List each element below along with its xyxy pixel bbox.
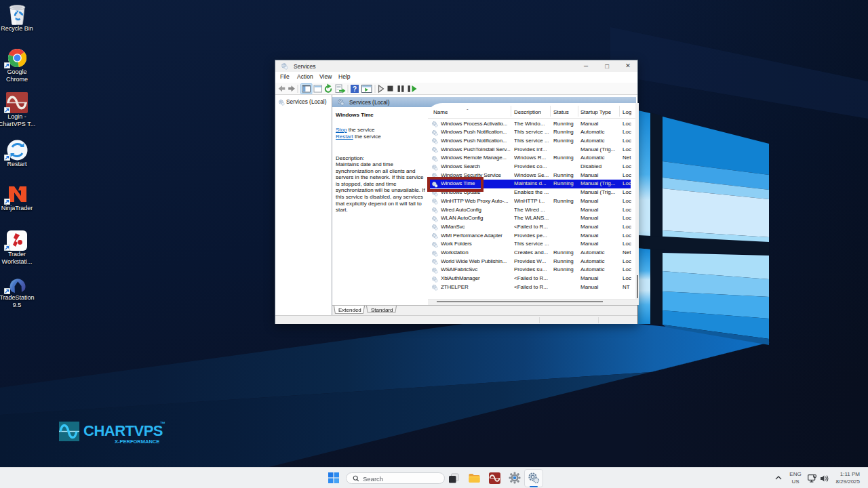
- svg-text:?: ?: [353, 85, 357, 93]
